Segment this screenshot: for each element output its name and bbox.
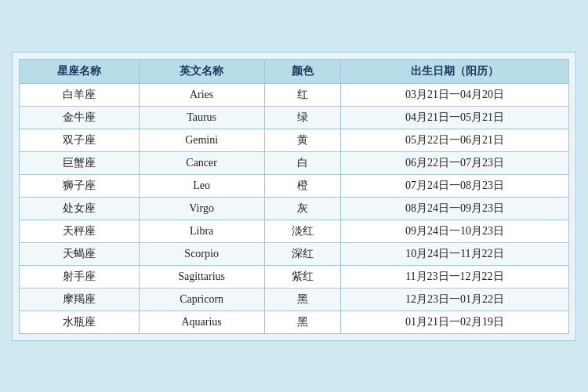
cell-english-name: Gemini — [139, 129, 264, 151]
cell-chinese-name: 狮子座 — [20, 174, 140, 197]
table-row: 天蝎座Scorpio深红10月24日一11月22日 — [20, 242, 569, 265]
header-dates: 出生日期（阳历） — [340, 59, 568, 83]
cell-english-name: Cancer — [139, 151, 264, 174]
cell-color: 绿 — [264, 106, 340, 129]
table-row: 金牛座Taurus绿04月21日一05月21日 — [20, 106, 569, 129]
cell-chinese-name: 双子座 — [20, 129, 140, 151]
table-body: 白羊座Aries红03月21日一04月20日金牛座Taurus绿04月21日一0… — [20, 83, 569, 333]
main-container: 星座名称 英文名称 颜色 出生日期（阳历） 白羊座Aries红03月21日一04… — [12, 52, 576, 341]
cell-color: 淡红 — [264, 220, 340, 242]
cell-chinese-name: 处女座 — [20, 197, 140, 220]
header-chinese-name: 星座名称 — [20, 59, 140, 83]
table-row: 处女座Virgo灰08月24日一09月23日 — [20, 197, 569, 220]
cell-color: 白 — [264, 151, 340, 174]
cell-english-name: Scorpio — [139, 242, 264, 265]
cell-dates: 09月24日一10月23日 — [340, 220, 568, 242]
cell-english-name: Taurus — [139, 106, 264, 129]
cell-dates: 12月23日一01月22日 — [340, 288, 568, 310]
cell-english-name: Aquarius — [139, 310, 264, 333]
zodiac-table: 星座名称 英文名称 颜色 出生日期（阳历） 白羊座Aries红03月21日一04… — [19, 59, 569, 334]
cell-chinese-name: 金牛座 — [20, 106, 140, 129]
cell-dates: 08月24日一09月23日 — [340, 197, 568, 220]
cell-chinese-name: 水瓶座 — [20, 310, 140, 333]
cell-chinese-name: 天秤座 — [20, 220, 140, 242]
cell-dates: 10月24日一11月22日 — [340, 242, 568, 265]
cell-dates: 07月24日一08月23日 — [340, 174, 568, 197]
cell-english-name: Leo — [139, 174, 264, 197]
cell-color: 深红 — [264, 242, 340, 265]
table-row: 白羊座Aries红03月21日一04月20日 — [20, 83, 569, 106]
cell-dates: 11月23日一12月22日 — [340, 265, 568, 288]
table-row: 射手座Sagittarius紫红11月23日一12月22日 — [20, 265, 569, 288]
cell-dates: 05月22日一06月21日 — [340, 129, 568, 151]
cell-chinese-name: 白羊座 — [20, 83, 140, 106]
cell-english-name: Sagittarius — [139, 265, 264, 288]
cell-chinese-name: 巨蟹座 — [20, 151, 140, 174]
cell-color: 紫红 — [264, 265, 340, 288]
cell-color: 黄 — [264, 129, 340, 151]
cell-color: 橙 — [264, 174, 340, 197]
header-english-name: 英文名称 — [139, 59, 264, 83]
cell-color: 黑 — [264, 288, 340, 310]
cell-chinese-name: 射手座 — [20, 265, 140, 288]
header-color: 颜色 — [264, 59, 340, 83]
cell-english-name: Virgo — [139, 197, 264, 220]
cell-dates: 04月21日一05月21日 — [340, 106, 568, 129]
cell-chinese-name: 摩羯座 — [20, 288, 140, 310]
table-header-row: 星座名称 英文名称 颜色 出生日期（阳历） — [20, 59, 569, 83]
table-row: 天秤座Libra淡红09月24日一10月23日 — [20, 220, 569, 242]
table-row: 双子座Gemini黄05月22日一06月21日 — [20, 129, 569, 151]
cell-english-name: Libra — [139, 220, 264, 242]
cell-dates: 06月22日一07月23日 — [340, 151, 568, 174]
table-row: 摩羯座Capricorn黑12月23日一01月22日 — [20, 288, 569, 310]
cell-english-name: Aries — [139, 83, 264, 106]
cell-color: 灰 — [264, 197, 340, 220]
table-row: 水瓶座Aquarius黑01月21日一02月19日 — [20, 310, 569, 333]
cell-chinese-name: 天蝎座 — [20, 242, 140, 265]
cell-color: 黑 — [264, 310, 340, 333]
cell-dates: 03月21日一04月20日 — [340, 83, 568, 106]
table-row: 狮子座Leo橙07月24日一08月23日 — [20, 174, 569, 197]
cell-color: 红 — [264, 83, 340, 106]
cell-dates: 01月21日一02月19日 — [340, 310, 568, 333]
cell-english-name: Capricorn — [139, 288, 264, 310]
table-row: 巨蟹座Cancer白06月22日一07月23日 — [20, 151, 569, 174]
